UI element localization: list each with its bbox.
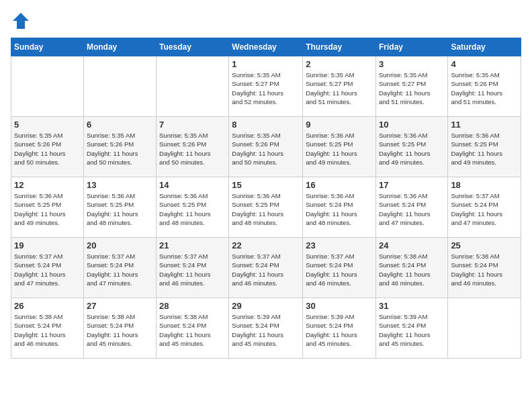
calendar-cell: 18Sunrise: 5:37 AM Sunset: 5:24 PM Dayli… [448, 177, 521, 238]
calendar-cell [157, 56, 229, 117]
calendar-cell: 20Sunrise: 5:37 AM Sunset: 5:24 PM Dayli… [83, 238, 156, 298]
calendar-cell: 27Sunrise: 5:38 AM Sunset: 5:24 PM Dayli… [83, 298, 156, 359]
day-info: Sunrise: 5:36 AM Sunset: 5:24 PM Dayligh… [379, 191, 445, 227]
weekday-header-saturday: Saturday [448, 38, 521, 56]
calendar-cell: 17Sunrise: 5:36 AM Sunset: 5:24 PM Dayli… [375, 177, 447, 238]
header [11, 11, 521, 31]
calendar-cell: 7Sunrise: 5:35 AM Sunset: 5:26 PM Daylig… [157, 117, 229, 177]
day-info: Sunrise: 5:37 AM Sunset: 5:24 PM Dayligh… [14, 252, 81, 287]
weekday-header-sunday: Sunday [11, 38, 84, 56]
calendar-cell: 14Sunrise: 5:36 AM Sunset: 5:25 PM Dayli… [157, 177, 229, 238]
calendar-cell: 29Sunrise: 5:39 AM Sunset: 5:24 PM Dayli… [229, 298, 303, 359]
day-number: 24 [379, 240, 445, 250]
day-info: Sunrise: 5:35 AM Sunset: 5:26 PM Dayligh… [159, 131, 226, 167]
calendar-cell: 5Sunrise: 5:35 AM Sunset: 5:26 PM Daylig… [11, 117, 84, 177]
calendar-cell: 30Sunrise: 5:39 AM Sunset: 5:24 PM Dayli… [303, 298, 376, 359]
weekday-header-tuesday: Tuesday [157, 38, 229, 56]
day-number: 18 [451, 180, 518, 190]
day-number: 4 [451, 59, 518, 69]
day-info: Sunrise: 5:39 AM Sunset: 5:24 PM Dayligh… [379, 312, 445, 348]
calendar-cell: 1Sunrise: 5:35 AM Sunset: 5:27 PM Daylig… [229, 56, 303, 117]
week-row-3: 12Sunrise: 5:36 AM Sunset: 5:25 PM Dayli… [11, 177, 521, 238]
day-number: 17 [379, 180, 445, 190]
day-number: 3 [379, 59, 445, 69]
logo [11, 11, 34, 31]
day-number: 12 [14, 180, 81, 190]
calendar: SundayMondayTuesdayWednesdayThursdayFrid… [11, 38, 521, 359]
day-number: 10 [379, 120, 445, 130]
day-info: Sunrise: 5:36 AM Sunset: 5:24 PM Dayligh… [306, 191, 373, 227]
logo-icon [11, 11, 31, 31]
day-number: 28 [159, 301, 226, 311]
day-info: Sunrise: 5:38 AM Sunset: 5:24 PM Dayligh… [451, 252, 518, 287]
calendar-cell: 15Sunrise: 5:36 AM Sunset: 5:25 PM Dayli… [229, 177, 303, 238]
day-info: Sunrise: 5:36 AM Sunset: 5:25 PM Dayligh… [451, 131, 518, 167]
svg-marker-0 [13, 13, 29, 29]
day-info: Sunrise: 5:37 AM Sunset: 5:24 PM Dayligh… [159, 252, 226, 287]
weekday-header-wednesday: Wednesday [229, 38, 303, 56]
day-number: 26 [14, 301, 81, 311]
day-number: 7 [159, 120, 226, 130]
day-info: Sunrise: 5:38 AM Sunset: 5:24 PM Dayligh… [159, 312, 226, 348]
calendar-cell: 3Sunrise: 5:35 AM Sunset: 5:27 PM Daylig… [375, 56, 447, 117]
calendar-cell: 21Sunrise: 5:37 AM Sunset: 5:24 PM Dayli… [157, 238, 229, 298]
day-number: 22 [232, 240, 300, 250]
calendar-cell: 2Sunrise: 5:35 AM Sunset: 5:27 PM Daylig… [303, 56, 376, 117]
calendar-cell: 4Sunrise: 5:35 AM Sunset: 5:26 PM Daylig… [448, 56, 521, 117]
day-number: 30 [306, 301, 373, 311]
day-number: 31 [379, 301, 445, 311]
day-info: Sunrise: 5:38 AM Sunset: 5:24 PM Dayligh… [379, 252, 445, 287]
day-number: 2 [306, 59, 373, 69]
week-row-4: 19Sunrise: 5:37 AM Sunset: 5:24 PM Dayli… [11, 238, 521, 298]
day-info: Sunrise: 5:36 AM Sunset: 5:25 PM Dayligh… [379, 131, 445, 167]
calendar-cell: 6Sunrise: 5:35 AM Sunset: 5:26 PM Daylig… [83, 117, 156, 177]
day-info: Sunrise: 5:37 AM Sunset: 5:24 PM Dayligh… [87, 252, 153, 287]
week-row-2: 5Sunrise: 5:35 AM Sunset: 5:26 PM Daylig… [11, 117, 521, 177]
day-number: 6 [87, 120, 153, 130]
day-number: 9 [306, 120, 373, 130]
day-number: 13 [87, 180, 153, 190]
day-number: 11 [451, 120, 518, 130]
calendar-cell: 24Sunrise: 5:38 AM Sunset: 5:24 PM Dayli… [375, 238, 447, 298]
day-number: 1 [232, 59, 300, 69]
weekday-header-friday: Friday [375, 38, 447, 56]
day-info: Sunrise: 5:37 AM Sunset: 5:24 PM Dayligh… [451, 191, 518, 227]
calendar-cell: 22Sunrise: 5:37 AM Sunset: 5:24 PM Dayli… [229, 238, 303, 298]
calendar-cell: 26Sunrise: 5:38 AM Sunset: 5:24 PM Dayli… [11, 298, 84, 359]
calendar-cell: 10Sunrise: 5:36 AM Sunset: 5:25 PM Dayli… [375, 117, 447, 177]
day-info: Sunrise: 5:35 AM Sunset: 5:27 PM Dayligh… [306, 71, 373, 106]
day-number: 29 [232, 301, 300, 311]
calendar-cell [83, 56, 156, 117]
calendar-cell: 28Sunrise: 5:38 AM Sunset: 5:24 PM Dayli… [157, 298, 229, 359]
day-number: 5 [14, 120, 81, 130]
day-info: Sunrise: 5:35 AM Sunset: 5:26 PM Dayligh… [451, 71, 518, 106]
day-info: Sunrise: 5:35 AM Sunset: 5:26 PM Dayligh… [232, 131, 300, 167]
day-number: 21 [159, 240, 226, 250]
day-number: 27 [87, 301, 153, 311]
day-number: 8 [232, 120, 300, 130]
weekday-header-thursday: Thursday [303, 38, 376, 56]
calendar-cell: 31Sunrise: 5:39 AM Sunset: 5:24 PM Dayli… [375, 298, 447, 359]
day-number: 14 [159, 180, 226, 190]
day-info: Sunrise: 5:37 AM Sunset: 5:24 PM Dayligh… [232, 252, 300, 287]
day-info: Sunrise: 5:37 AM Sunset: 5:24 PM Dayligh… [306, 252, 373, 287]
day-info: Sunrise: 5:39 AM Sunset: 5:24 PM Dayligh… [306, 312, 373, 348]
calendar-cell: 23Sunrise: 5:37 AM Sunset: 5:24 PM Dayli… [303, 238, 376, 298]
day-info: Sunrise: 5:36 AM Sunset: 5:25 PM Dayligh… [14, 191, 81, 227]
day-info: Sunrise: 5:39 AM Sunset: 5:24 PM Dayligh… [232, 312, 300, 348]
day-number: 23 [306, 240, 373, 250]
day-info: Sunrise: 5:35 AM Sunset: 5:26 PM Dayligh… [14, 131, 81, 167]
day-info: Sunrise: 5:35 AM Sunset: 5:26 PM Dayligh… [87, 131, 153, 167]
weekday-header-monday: Monday [83, 38, 156, 56]
calendar-cell [448, 298, 521, 359]
calendar-cell: 11Sunrise: 5:36 AM Sunset: 5:25 PM Dayli… [448, 117, 521, 177]
day-info: Sunrise: 5:36 AM Sunset: 5:25 PM Dayligh… [87, 191, 153, 227]
week-row-1: 1Sunrise: 5:35 AM Sunset: 5:27 PM Daylig… [11, 56, 521, 117]
day-number: 15 [232, 180, 300, 190]
day-info: Sunrise: 5:38 AM Sunset: 5:24 PM Dayligh… [14, 312, 81, 348]
calendar-cell: 19Sunrise: 5:37 AM Sunset: 5:24 PM Dayli… [11, 238, 84, 298]
day-info: Sunrise: 5:38 AM Sunset: 5:24 PM Dayligh… [87, 312, 153, 348]
calendar-cell: 16Sunrise: 5:36 AM Sunset: 5:24 PM Dayli… [303, 177, 376, 238]
day-number: 19 [14, 240, 81, 250]
day-info: Sunrise: 5:35 AM Sunset: 5:27 PM Dayligh… [232, 71, 300, 106]
